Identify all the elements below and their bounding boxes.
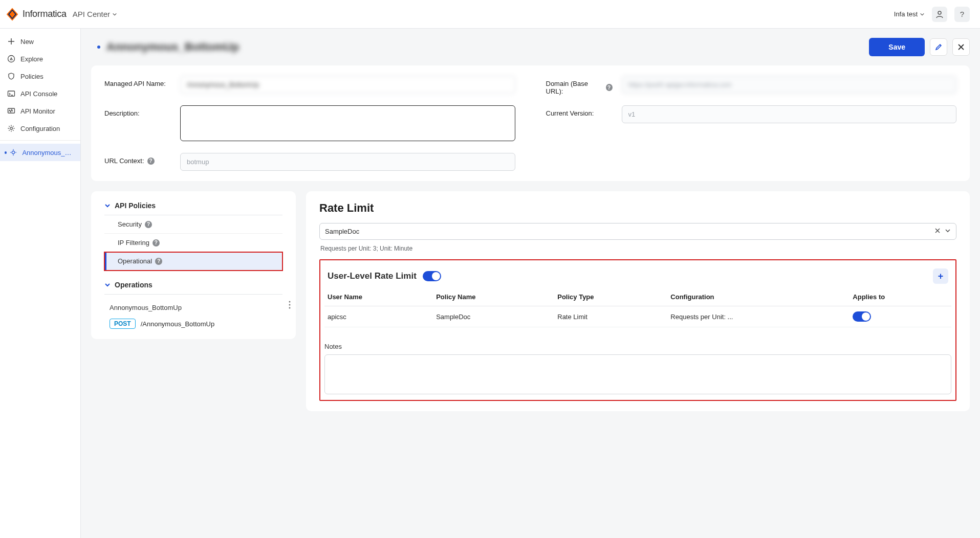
sidebar-item-configuration[interactable]: Configuration	[0, 120, 80, 137]
col-applies-to: Applies to	[850, 288, 951, 306]
plus-icon: +	[938, 271, 944, 282]
app-name-label: API Center	[73, 10, 110, 18]
brand-logo-icon	[5, 7, 19, 21]
chevron-down-icon	[104, 203, 111, 209]
description-label: Description:	[104, 105, 171, 117]
url-context-label: URL Context:?	[104, 153, 171, 165]
help-icon[interactable]: ?	[155, 258, 162, 265]
close-icon	[934, 228, 941, 234]
account-icon-button[interactable]	[932, 7, 947, 22]
col-user-name: User Name	[324, 288, 433, 306]
sidebar-item-label: Configuration	[20, 125, 60, 132]
combo-clear[interactable]	[934, 228, 941, 235]
user-icon	[935, 10, 944, 18]
plus-icon	[7, 37, 15, 46]
api-policies-toggle[interactable]: API Policies	[104, 201, 282, 215]
sidebar-item-label: API Console	[20, 90, 57, 98]
policy-item-ip-filtering[interactable]: IP Filtering ?	[104, 234, 282, 252]
app-switcher[interactable]: API Center	[73, 10, 117, 18]
svg-point-11	[289, 307, 291, 309]
api-icon	[10, 148, 17, 156]
version-label: Current Version:	[546, 105, 613, 117]
rate-limit-hint: Requests per Unit: 3; Unit: Minute	[320, 245, 956, 252]
user-menu[interactable]: Infa test	[894, 10, 925, 18]
policy-item-label: Operational	[118, 257, 152, 265]
sidebar: New Explore Policies API Console API Mon…	[0, 29, 81, 538]
rate-limit-combo[interactable]: SampleDoc	[319, 223, 956, 240]
svg-point-3	[938, 11, 941, 14]
notes-label: Notes	[324, 343, 342, 350]
sidebar-item-label: Annonymous_Bot...	[22, 149, 73, 156]
kebab-menu[interactable]	[287, 299, 293, 312]
sidebar-item-api-console[interactable]: API Console	[0, 85, 80, 102]
close-button[interactable]	[952, 38, 970, 56]
cell-configuration: Requests per Unit: ...	[667, 306, 850, 327]
sidebar-item-label: Policies	[20, 73, 43, 80]
edit-icon	[934, 43, 943, 51]
user-level-title: User-Level Rate Limit	[328, 271, 417, 281]
operation-name[interactable]: Annonymous_BottomUp	[104, 300, 282, 316]
sidebar-item-policies[interactable]: Policies	[0, 68, 80, 85]
question-icon: ?	[960, 10, 964, 18]
notes-input[interactable]	[324, 354, 951, 394]
user-label: Infa test	[894, 10, 918, 18]
rate-limit-title: Rate Limit	[319, 201, 956, 215]
sidebar-item-api-monitor[interactable]: API Monitor	[0, 102, 80, 120]
col-policy-name: Policy Name	[433, 288, 554, 306]
sidebar-item-explore[interactable]: Explore	[0, 50, 80, 68]
combo-dropdown[interactable]	[945, 228, 951, 235]
operations-toggle[interactable]: Operations	[104, 281, 282, 295]
sidebar-item-active-api[interactable]: Annonymous_Bot...	[0, 144, 80, 161]
monitor-icon	[7, 107, 15, 115]
managed-api-name-input[interactable]	[180, 76, 515, 94]
save-button[interactable]: Save	[869, 38, 925, 56]
description-input[interactable]	[180, 105, 515, 141]
combo-value: SampleDoc	[325, 228, 930, 235]
operation-route[interactable]: POST /Annonymous_BottomUp	[104, 319, 282, 329]
svg-point-7	[10, 127, 13, 130]
kebab-icon	[289, 301, 291, 309]
compass-icon	[7, 55, 15, 63]
edit-button[interactable]	[930, 38, 947, 56]
sidebar-item-label: API Monitor	[20, 107, 55, 115]
svg-point-10	[289, 304, 291, 306]
help-icon[interactable]: ?	[153, 239, 160, 246]
operation-path: /Annonymous_BottomUp	[141, 320, 215, 328]
help-icon[interactable]: ?	[147, 158, 155, 165]
domain-label: Domain (Base URL):?	[546, 76, 613, 95]
domain-input	[622, 76, 957, 94]
unsaved-indicator-icon	[97, 46, 100, 49]
chevron-down-icon	[112, 12, 117, 17]
help-icon[interactable]: ?	[606, 84, 613, 91]
svg-point-9	[289, 301, 291, 303]
cell-policy-type: Rate Limit	[554, 306, 667, 327]
console-icon	[7, 89, 15, 98]
cell-policy-name: SampleDoc	[433, 306, 554, 327]
help-icon[interactable]: ?	[145, 221, 152, 228]
sidebar-item-new[interactable]: New	[0, 33, 80, 50]
page-title: Annonymous_BottomUp	[106, 40, 239, 54]
help-button[interactable]: ?	[954, 7, 970, 22]
add-user-rate-limit-button[interactable]: +	[933, 268, 948, 284]
chevron-down-icon	[920, 12, 925, 17]
close-icon	[957, 43, 965, 51]
method-badge: POST	[110, 319, 136, 329]
shield-icon	[7, 72, 15, 80]
policy-item-label: Security	[118, 220, 142, 228]
cell-applies-to	[850, 306, 951, 327]
api-policies-heading: API Policies	[115, 201, 156, 210]
policy-item-security[interactable]: Security ?	[104, 215, 282, 234]
table-row[interactable]: apicsc SampleDoc Rate Limit Requests per…	[324, 306, 951, 327]
sidebar-item-label: Explore	[20, 55, 43, 63]
policy-item-operational[interactable]: Operational ?	[104, 252, 282, 271]
col-policy-type: Policy Type	[554, 288, 667, 306]
chevron-down-icon	[945, 228, 951, 234]
managed-api-name-label: Managed API Name:	[104, 76, 171, 87]
applies-to-toggle[interactable]	[853, 311, 871, 322]
chevron-down-icon	[104, 282, 111, 288]
svg-point-4	[8, 56, 15, 62]
cell-user-name: apicsc	[324, 306, 433, 327]
user-level-toggle[interactable]	[423, 271, 441, 281]
url-context-input	[180, 153, 515, 171]
brand-name: Informatica	[23, 9, 67, 19]
